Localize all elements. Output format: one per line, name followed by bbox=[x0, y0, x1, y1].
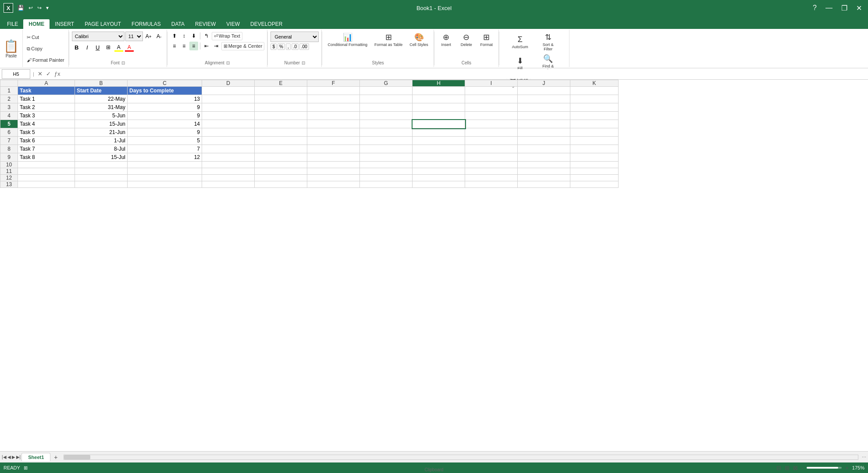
add-sheet-button[interactable]: + bbox=[51, 453, 60, 462]
indent-inc-button[interactable]: ⇥ bbox=[212, 42, 221, 50]
cell-f8[interactable] bbox=[307, 145, 360, 153]
align-left-button[interactable]: ≡ bbox=[170, 42, 179, 50]
cell-c9[interactable]: 12 bbox=[128, 153, 202, 162]
cell-g2[interactable] bbox=[360, 95, 413, 103]
cell-a10[interactable] bbox=[18, 162, 75, 168]
col-header-a[interactable]: A bbox=[18, 80, 75, 87]
cell-b5[interactable]: 15-Jun bbox=[75, 120, 128, 128]
align-bottom-button[interactable]: ⬇ bbox=[189, 32, 198, 40]
cell-g13[interactable] bbox=[360, 181, 413, 188]
col-header-k[interactable]: K bbox=[570, 80, 619, 87]
cell-j5[interactable] bbox=[518, 120, 570, 128]
italic-button[interactable]: I bbox=[82, 42, 92, 52]
cell-d12[interactable] bbox=[202, 175, 255, 181]
cell-i3[interactable] bbox=[465, 103, 518, 112]
cell-e8[interactable] bbox=[255, 145, 307, 153]
cell-a7[interactable]: Task 6 bbox=[18, 137, 75, 145]
align-right-button[interactable]: ≡ bbox=[189, 42, 198, 50]
corner-select-all[interactable] bbox=[0, 80, 18, 87]
sheet-tab-sheet1[interactable]: Sheet1 bbox=[21, 453, 50, 461]
row-header-1[interactable]: 1 bbox=[0, 87, 18, 95]
cell-h12[interactable] bbox=[413, 175, 465, 181]
cell-h1[interactable] bbox=[413, 87, 465, 95]
cell-k11[interactable] bbox=[570, 168, 619, 175]
undo-qat-button[interactable]: ↩ bbox=[27, 4, 35, 12]
cell-f1[interactable] bbox=[307, 87, 360, 95]
tab-formulas[interactable]: FORMULAS bbox=[126, 19, 166, 29]
cell-k8[interactable] bbox=[570, 145, 619, 153]
sheet-nav-last[interactable]: ▶| bbox=[16, 455, 21, 459]
cell-a1[interactable]: Task bbox=[18, 87, 75, 95]
cell-b10[interactable] bbox=[75, 162, 128, 168]
h-scroll-track[interactable] bbox=[64, 455, 858, 460]
cell-e4[interactable] bbox=[255, 112, 307, 120]
cell-b8[interactable]: 8-Jul bbox=[75, 145, 128, 153]
cell-i1[interactable] bbox=[465, 87, 518, 95]
col-header-b[interactable]: B bbox=[75, 80, 128, 87]
cell-e13[interactable] bbox=[255, 181, 307, 188]
cell-f13[interactable] bbox=[307, 181, 360, 188]
h-scroll-thumb[interactable] bbox=[64, 455, 90, 459]
font-name-select[interactable]: Calibri bbox=[72, 32, 125, 41]
copy-button[interactable]: ⧉ Copy bbox=[25, 46, 66, 52]
cell-k1[interactable] bbox=[570, 87, 619, 95]
col-header-c[interactable]: C bbox=[128, 80, 202, 87]
insert-function-button[interactable]: ƒx bbox=[53, 71, 61, 77]
cell-a2[interactable]: Task 1 bbox=[18, 95, 75, 103]
delete-button[interactable]: ⊖ Delete bbox=[457, 32, 476, 48]
horizontal-scrollbar[interactable] bbox=[62, 455, 860, 460]
cell-j4[interactable] bbox=[518, 112, 570, 120]
tab-review[interactable]: REVIEW bbox=[190, 19, 221, 29]
row-header-11[interactable]: 11 bbox=[0, 168, 18, 175]
cell-b6[interactable]: 21-Jun bbox=[75, 128, 128, 137]
row-header-8[interactable]: 8 bbox=[0, 145, 18, 153]
cell-e6[interactable] bbox=[255, 128, 307, 137]
cell-b1[interactable]: Start Date bbox=[75, 87, 128, 95]
cell-h5[interactable] bbox=[413, 120, 465, 128]
cell-a3[interactable]: Task 2 bbox=[18, 103, 75, 112]
cell-f5[interactable] bbox=[307, 120, 360, 128]
cell-c4[interactable]: 9 bbox=[128, 112, 202, 120]
format-button[interactable]: ⊞ Format bbox=[477, 32, 496, 48]
cell-j3[interactable] bbox=[518, 103, 570, 112]
cell-j9[interactable] bbox=[518, 153, 570, 162]
cell-c8[interactable]: 7 bbox=[128, 145, 202, 153]
cell-f3[interactable] bbox=[307, 103, 360, 112]
number-format-select[interactable]: General Number Currency Short Date bbox=[270, 32, 319, 42]
tab-data[interactable]: DATA bbox=[166, 19, 190, 29]
confirm-formula-button[interactable]: ✓ bbox=[45, 71, 52, 77]
cell-k9[interactable] bbox=[570, 153, 619, 162]
sort-filter-button[interactable]: ⇅ Sort &Filter bbox=[535, 32, 561, 52]
cell-d10[interactable] bbox=[202, 162, 255, 168]
border-button[interactable]: ⊞ bbox=[103, 42, 113, 52]
cell-j10[interactable] bbox=[518, 162, 570, 168]
cell-g7[interactable] bbox=[360, 137, 413, 145]
cell-g3[interactable] bbox=[360, 103, 413, 112]
cell-h7[interactable] bbox=[413, 137, 465, 145]
cell-a9[interactable]: Task 8 bbox=[18, 153, 75, 162]
cell-k6[interactable] bbox=[570, 128, 619, 137]
align-center-button[interactable]: ≡ bbox=[180, 42, 189, 50]
cell-c12[interactable] bbox=[128, 175, 202, 181]
row-header-9[interactable]: 9 bbox=[0, 153, 18, 162]
cell-f6[interactable] bbox=[307, 128, 360, 137]
cell-k7[interactable] bbox=[570, 137, 619, 145]
row-header-2[interactable]: 2 bbox=[0, 95, 18, 103]
cell-k5[interactable] bbox=[570, 120, 619, 128]
cell-h4[interactable] bbox=[413, 112, 465, 120]
cell-h9[interactable] bbox=[413, 153, 465, 162]
row-header-6[interactable]: 6 bbox=[0, 128, 18, 137]
sheet-nav-prev[interactable]: ◀ bbox=[7, 455, 11, 459]
cell-c10[interactable] bbox=[128, 162, 202, 168]
cell-e9[interactable] bbox=[255, 153, 307, 162]
cell-e1[interactable] bbox=[255, 87, 307, 95]
increase-font-button[interactable]: A+ bbox=[144, 32, 153, 41]
cell-i2[interactable] bbox=[465, 95, 518, 103]
cell-c5[interactable]: 14 bbox=[128, 120, 202, 128]
percent-button[interactable]: % bbox=[277, 43, 285, 50]
font-size-select[interactable]: 11 bbox=[125, 32, 143, 41]
font-color-button[interactable]: A bbox=[125, 42, 134, 52]
tab-file[interactable]: FILE bbox=[2, 19, 23, 29]
cell-i6[interactable] bbox=[465, 128, 518, 137]
cell-i4[interactable] bbox=[465, 112, 518, 120]
